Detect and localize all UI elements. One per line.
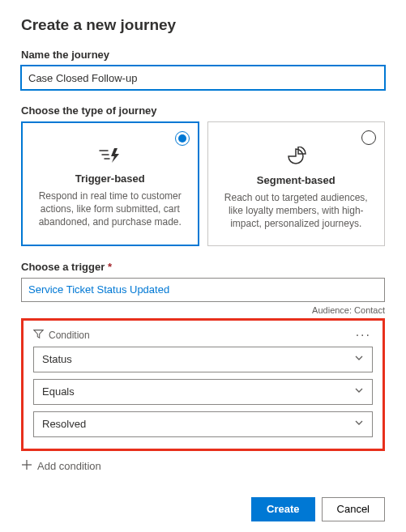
radio-trigger[interactable]: [175, 131, 190, 146]
type-card-trigger-desc: Respond in real time to customer actions…: [33, 189, 187, 229]
filter-icon: [33, 329, 44, 342]
trigger-label: Choose a trigger *: [21, 261, 385, 273]
bolt-icon: [33, 147, 187, 164]
trigger-input[interactable]: Service Ticket Status Updated: [21, 278, 385, 302]
chevron-down-icon: [354, 385, 364, 398]
condition-panel: Condition ··· Status Equals Resolved: [21, 318, 385, 451]
journey-name-input[interactable]: [21, 66, 385, 90]
type-card-segment-desc: Reach out to targeted audiences, like lo…: [220, 191, 374, 231]
type-label: Choose the type of journey: [21, 104, 385, 117]
add-condition-button[interactable]: Add condition: [21, 459, 385, 473]
page-title: Create a new journey: [21, 16, 385, 34]
create-button[interactable]: Create: [251, 497, 314, 521]
type-card-trigger-title: Trigger-based: [33, 172, 187, 185]
pie-icon: [220, 147, 374, 166]
chevron-down-icon: [354, 353, 364, 365]
cancel-button[interactable]: Cancel: [322, 497, 385, 521]
more-icon[interactable]: ···: [354, 332, 373, 338]
audience-text: Audience: Contact: [21, 305, 385, 315]
plus-icon: [21, 459, 32, 473]
condition-operator-select[interactable]: Equals: [33, 379, 373, 405]
type-card-segment-title: Segment-based: [220, 174, 374, 186]
condition-heading: Condition: [49, 330, 90, 341]
type-card-trigger[interactable]: Trigger-based Respond in real time to cu…: [21, 121, 199, 246]
chevron-down-icon: [354, 418, 364, 430]
type-card-segment[interactable]: Segment-based Reach out to targeted audi…: [207, 121, 386, 246]
condition-value-select[interactable]: Resolved: [33, 411, 373, 437]
name-label: Name the journey: [21, 49, 385, 61]
condition-field-select[interactable]: Status: [33, 347, 373, 372]
radio-segment[interactable]: [361, 130, 376, 145]
